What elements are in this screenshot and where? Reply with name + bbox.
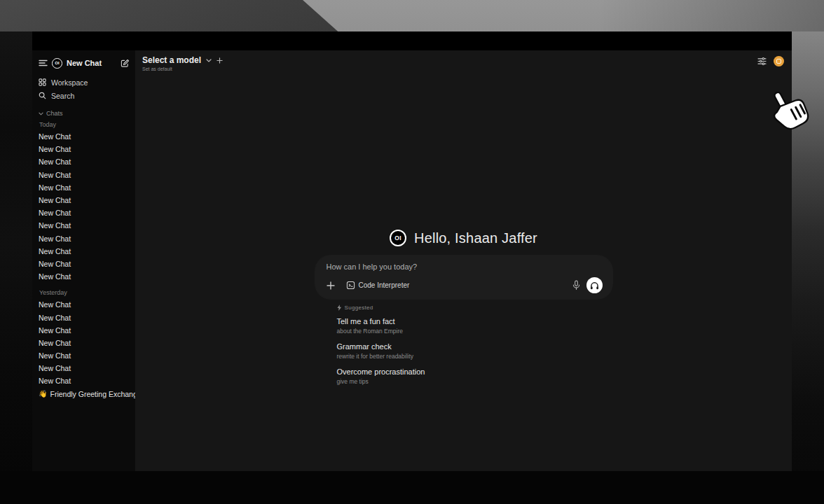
bolt-icon: [337, 304, 342, 311]
chat-list-item[interactable]: New Chat: [39, 298, 130, 311]
chat-list-item[interactable]: New Chat: [39, 194, 130, 206]
suggested-prompt[interactable]: Overcome procrastination give me tips: [337, 368, 612, 385]
chat-item-title: New Chat: [39, 339, 71, 347]
sidebar: OI New Chat Workspace: [32, 50, 135, 471]
chat-item-title: New Chat: [39, 234, 71, 243]
chat-list-item[interactable]: New Chat: [39, 130, 130, 143]
code-interpreter-label: Code Interpreter: [359, 281, 410, 289]
greeting: OI Hello, Ishaan Jaffer: [390, 230, 537, 246]
chat-item-title: New Chat: [39, 145, 71, 153]
add-model-icon[interactable]: [217, 57, 223, 64]
chat-list-item[interactable]: New Chat: [39, 219, 130, 232]
chat-list-item[interactable]: New Chat: [39, 181, 130, 194]
chats-section-label: Chats: [46, 110, 63, 117]
chat-list-item[interactable]: New Chat: [39, 232, 130, 245]
suggested-list: Tell me a fun fact about the Roman Empir…: [337, 317, 612, 385]
headphones-icon: [590, 281, 599, 290]
suggested-prompt-subtitle: give me tips: [337, 378, 612, 385]
chevron-down-icon: [39, 112, 43, 115]
chat-list-item[interactable]: New Chat: [39, 362, 130, 374]
chat-list-item[interactable]: New Chat: [39, 206, 130, 219]
suggested-prompt-title: Overcome procrastination: [337, 368, 612, 377]
top-right-controls: [757, 56, 784, 66]
chat-list-item[interactable]: 👋 Friendly Greeting Exchange: [39, 388, 130, 400]
model-header: Select a model Set as default: [142, 55, 223, 71]
chat-item-title: New Chat: [39, 364, 71, 372]
chat-list-item[interactable]: New Chat: [39, 270, 130, 283]
chat-item-title: Friendly Greeting Exchange: [50, 390, 135, 398]
new-chat-icon[interactable]: [121, 59, 130, 68]
attach-plus-icon[interactable]: [327, 281, 335, 290]
chat-group-label-today: Today: [39, 121, 130, 128]
chat-list-item[interactable]: New Chat: [39, 374, 130, 387]
suggested-prompt[interactable]: Tell me a fun fact about the Roman Empir…: [337, 317, 612, 335]
window-top-strip: [32, 31, 792, 50]
sidebar-title: New Chat: [67, 59, 116, 67]
chat-item-title: New Chat: [39, 171, 71, 179]
chat-input-placeholder[interactable]: How can I help you today?: [327, 262, 603, 271]
chat-item-title: New Chat: [39, 326, 71, 335]
desktop-background-bottom: [0, 471, 824, 504]
chat-list-item[interactable]: New Chat: [39, 245, 130, 258]
microphone-icon[interactable]: [572, 280, 580, 290]
chat-list-item[interactable]: New Chat: [39, 169, 130, 181]
chat-list-item[interactable]: New Chat: [39, 311, 130, 323]
user-avatar[interactable]: [774, 56, 784, 66]
model-selector-label: Select a model: [142, 55, 201, 65]
workspace-label: Workspace: [51, 78, 88, 87]
suggested-prompts: Suggested Tell me a fun fact about the R…: [315, 304, 612, 393]
chat-item-title: New Chat: [39, 314, 71, 322]
chat-item-title: New Chat: [39, 221, 71, 230]
set-as-default-link[interactable]: Set as default: [142, 66, 223, 71]
suggested-prompt-subtitle: rewrite it for better readability: [337, 353, 612, 360]
suggested-prompt-title: Grammar check: [337, 342, 612, 351]
chat-item-title: New Chat: [39, 132, 71, 141]
chat-list-today: New Chat New Chat New Chat New Chat New …: [39, 130, 130, 283]
chats-section-header[interactable]: Chats: [39, 110, 130, 117]
suggested-prompt[interactable]: Grammar check rewrite it for better read…: [337, 342, 612, 360]
chat-input-card[interactable]: How can I help you today? Code Interpret…: [315, 255, 612, 299]
chat-list-item[interactable]: New Chat: [39, 324, 130, 337]
search-label: Search: [51, 92, 74, 100]
chat-item-title: New Chat: [39, 158, 71, 166]
chat-list-item[interactable]: New Chat: [39, 155, 130, 168]
chat-list-item[interactable]: New Chat: [39, 349, 130, 362]
desktop-stage: OI New Chat Workspace: [0, 0, 824, 504]
chat-group-label-yesterday: Yesterday: [39, 289, 130, 296]
avatar-mark: [776, 59, 781, 64]
main-area: Select a model Set as default: [135, 50, 792, 471]
workspace-grid-icon: [39, 78, 46, 86]
chat-item-title: New Chat: [39, 209, 71, 217]
sidebar-toggle-icon[interactable]: [39, 59, 48, 66]
chat-item-title: New Chat: [39, 183, 71, 192]
search-icon: [39, 92, 46, 99]
chat-item-title: New Chat: [39, 247, 71, 255]
settings-sliders-icon[interactable]: [757, 57, 767, 65]
code-interpreter-toggle[interactable]: Code Interpreter: [346, 281, 410, 290]
suggested-prompt-title: Tell me a fun fact: [337, 317, 612, 326]
chat-list-item[interactable]: New Chat: [39, 143, 130, 155]
center-content: OI Hello, Ishaan Jaffer How can I help y…: [135, 230, 792, 393]
chat-list-item[interactable]: New Chat: [39, 258, 130, 270]
model-selector[interactable]: Select a model: [142, 55, 223, 65]
voice-call-button[interactable]: [586, 277, 603, 293]
chat-item-title: New Chat: [39, 272, 71, 281]
greeting-text: Hello, Ishaan Jaffer: [414, 230, 537, 246]
chat-item-emoji: 👋: [39, 390, 47, 398]
code-interpreter-icon: [346, 281, 355, 290]
chat-list-item[interactable]: New Chat: [39, 337, 130, 349]
chat-item-title: New Chat: [39, 300, 71, 309]
sidebar-item-search[interactable]: Search: [39, 89, 130, 102]
chat-list-yesterday: New Chat New Chat New Chat New Chat New …: [39, 298, 130, 400]
app-logo: OI: [52, 58, 62, 69]
app-logo: OI: [390, 230, 406, 246]
chat-item-title: New Chat: [39, 351, 71, 360]
sidebar-item-workspace[interactable]: Workspace: [39, 76, 130, 89]
app-window: OI New Chat Workspace: [32, 31, 792, 471]
chat-item-title: New Chat: [39, 377, 71, 385]
desktop-background-right: [792, 31, 824, 504]
suggested-label: Suggested: [345, 304, 373, 311]
chevron-down-icon: [206, 59, 212, 62]
chat-item-title: New Chat: [39, 260, 71, 268]
chat-item-title: New Chat: [39, 196, 71, 204]
